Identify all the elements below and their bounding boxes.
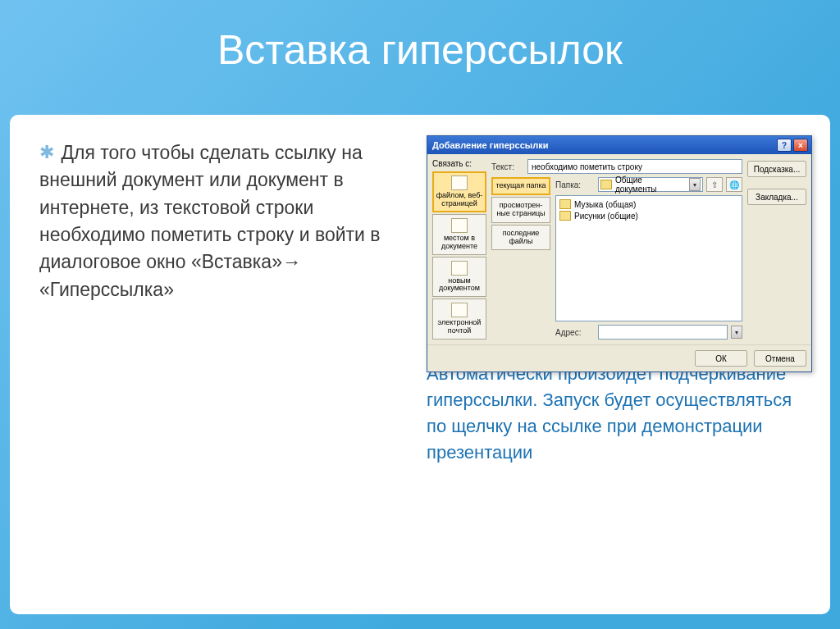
dialog-footer: ОК Отмена	[427, 344, 811, 371]
folder-icon	[600, 180, 612, 189]
chevron-down-icon[interactable]: ▾	[689, 178, 701, 191]
nav-label: электронной почтой	[435, 319, 484, 335]
scope-recent-files[interactable]: последние файлы	[491, 225, 550, 251]
folder-icon	[559, 211, 571, 221]
dialog-titlebar[interactable]: Добавление гиперссылки ? ×	[427, 136, 811, 154]
btn-label: Закладка...	[756, 193, 798, 202]
right-text: Автоматически произойдет подчеркивание г…	[427, 363, 792, 463]
nav-email[interactable]: электронной почтой	[432, 299, 486, 340]
list-item[interactable]: Рисунки (общие)	[559, 211, 738, 221]
text-field[interactable]: необходимо пометить строку	[527, 159, 742, 174]
right-buttons-column: Подсказка... Закладка...	[747, 159, 806, 340]
folder-value: Общие документы	[615, 175, 686, 194]
list-item[interactable]: Музыка (общая)	[559, 199, 738, 209]
text-value: необходимо пометить строку	[532, 162, 642, 171]
hyperlink-dialog: Добавление гиперссылки ? × Связать с: фа…	[427, 135, 812, 372]
folder-dropdown[interactable]: Общие документы ▾	[598, 177, 703, 192]
bullet-icon: ✱	[39, 139, 56, 166]
help-icon[interactable]: ?	[777, 139, 792, 152]
nav-file-web[interactable]: файлом, веб-страницей	[432, 171, 486, 212]
scope-label: последние файлы	[503, 229, 540, 245]
text-row: Текст: необходимо пометить строку	[491, 159, 742, 174]
scope-browsed-pages[interactable]: просмотрен-ные страницы	[491, 197, 550, 223]
btn-label: Отмена	[765, 354, 795, 363]
browse-web-icon[interactable]: 🌐	[726, 177, 742, 192]
up-folder-icon[interactable]: ⇧	[706, 177, 723, 192]
file-name: Музыка (общая)	[574, 200, 636, 209]
btn-label: ОК	[715, 354, 727, 363]
slide: Вставка гиперссылок ✱ Для того чтобы сде…	[0, 0, 840, 629]
file-list[interactable]: Музыка (общая) Рисунки (общие)	[555, 195, 742, 321]
nav-label: новым документом	[435, 277, 484, 294]
bookmark-button[interactable]: Закладка...	[747, 189, 806, 205]
folder-icon	[559, 199, 571, 209]
nav-place-in-doc[interactable]: местом в документе	[432, 214, 486, 255]
file-name: Рисунки (общие)	[574, 212, 638, 221]
dialog-body: Связать с: файлом, веб-страницей местом …	[427, 154, 811, 344]
scope-current-folder[interactable]: текущая папка	[491, 177, 550, 195]
close-icon[interactable]: ×	[793, 139, 808, 152]
right-paragraph: Автоматически произойдет подчеркивание г…	[427, 361, 812, 466]
mail-icon	[451, 303, 468, 317]
dialog-title: Добавление гиперссылки	[432, 140, 548, 150]
btn-label: Подсказка...	[754, 165, 800, 174]
ok-button[interactable]: ОК	[695, 350, 747, 367]
address-label: Адрес:	[555, 328, 595, 337]
nav-new-doc[interactable]: новым документом	[432, 257, 486, 298]
globe-file-icon	[451, 175, 468, 190]
main-column: Папка: Общие документы ▾ ⇧ 🌐	[555, 177, 742, 340]
scope-label: текущая папка	[495, 181, 546, 189]
folder-label: Папка:	[555, 180, 595, 189]
address-row: Адрес: ▾	[555, 325, 742, 340]
scope-label: просмотрен-ные страницы	[496, 201, 545, 217]
left-text: Для того чтобы сделать ссылку на внешний…	[39, 142, 381, 300]
text-label: Текст:	[491, 162, 524, 171]
link-to-label: Связать с:	[432, 159, 486, 168]
new-doc-icon	[451, 261, 468, 276]
nav-label: файлом, веб-страницей	[435, 192, 484, 208]
left-paragraph: ✱ Для того чтобы сделать ссылку на внешн…	[39, 139, 384, 303]
cancel-button[interactable]: Отмена	[754, 350, 806, 367]
browse-scope-column: текущая папка просмотрен-ные страницы по…	[491, 177, 550, 340]
link-to-column: Связать с: файлом, веб-страницей местом …	[432, 159, 486, 340]
address-field[interactable]	[598, 325, 728, 340]
screentip-button[interactable]: Подсказка...	[747, 161, 806, 177]
slide-title: Вставка гиперссылок	[0, 26, 840, 74]
chevron-down-icon[interactable]: ▾	[731, 326, 742, 339]
nav-label: местом в документе	[435, 235, 484, 251]
document-icon	[451, 218, 468, 233]
folder-row: Папка: Общие документы ▾ ⇧ 🌐	[555, 177, 742, 192]
